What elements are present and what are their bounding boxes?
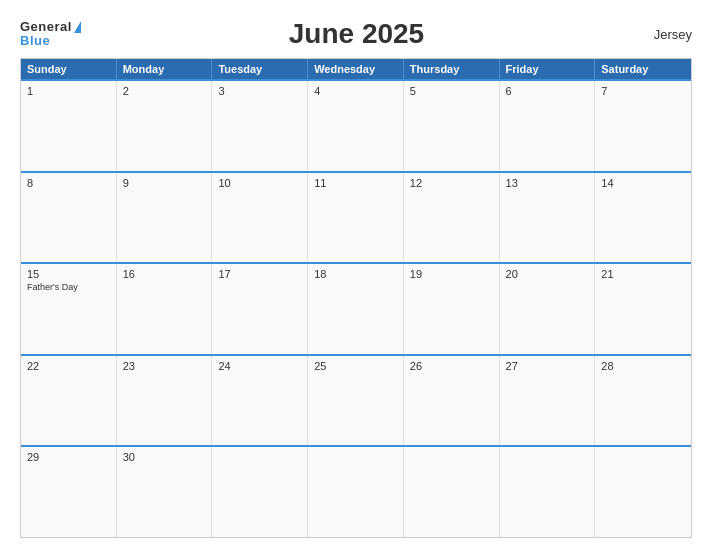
cell-jun-5: 5 <box>404 81 500 171</box>
calendar-header-row: Sunday Monday Tuesday Wednesday Thursday… <box>21 59 691 79</box>
header-tuesday: Tuesday <box>212 59 308 79</box>
cell-jun-14: 14 <box>595 173 691 263</box>
cell-jun-10: 10 <box>212 173 308 263</box>
header-monday: Monday <box>117 59 213 79</box>
cell-jun-13: 13 <box>500 173 596 263</box>
cell-jun-27: 27 <box>500 356 596 446</box>
logo-blue-text: Blue <box>20 34 81 48</box>
cell-jun-12: 12 <box>404 173 500 263</box>
cell-jun-28: 28 <box>595 356 691 446</box>
cell-empty-4 <box>500 447 596 537</box>
header-sunday: Sunday <box>21 59 117 79</box>
calendar-grid: Sunday Monday Tuesday Wednesday Thursday… <box>20 58 692 538</box>
cell-jun-6: 6 <box>500 81 596 171</box>
cell-jun-15: 15 Father's Day <box>21 264 117 354</box>
logo: General Blue <box>20 20 81 49</box>
cell-jun-2: 2 <box>117 81 213 171</box>
cell-empty-5 <box>595 447 691 537</box>
cell-jun-19: 19 <box>404 264 500 354</box>
cell-jun-26: 26 <box>404 356 500 446</box>
cell-jun-4: 4 <box>308 81 404 171</box>
header-saturday: Saturday <box>595 59 691 79</box>
cell-jun-23: 23 <box>117 356 213 446</box>
cell-jun-8: 8 <box>21 173 117 263</box>
cell-jun-11: 11 <box>308 173 404 263</box>
cell-jun-17: 17 <box>212 264 308 354</box>
cell-jun-29: 29 <box>21 447 117 537</box>
logo-triangle-icon <box>74 21 81 33</box>
calendar-week-1: 1 2 3 4 5 6 7 <box>21 79 691 171</box>
cell-jun-20: 20 <box>500 264 596 354</box>
cell-jun-18: 18 <box>308 264 404 354</box>
header-friday: Friday <box>500 59 596 79</box>
cell-jun-24: 24 <box>212 356 308 446</box>
cell-jun-7: 7 <box>595 81 691 171</box>
header-thursday: Thursday <box>404 59 500 79</box>
header-wednesday: Wednesday <box>308 59 404 79</box>
calendar-week-5: 29 30 <box>21 445 691 537</box>
cell-empty-1 <box>212 447 308 537</box>
cell-jun-16: 16 <box>117 264 213 354</box>
cell-jun-22: 22 <box>21 356 117 446</box>
cell-empty-3 <box>404 447 500 537</box>
calendar-week-4: 22 23 24 25 26 27 28 <box>21 354 691 446</box>
calendar-week-3: 15 Father's Day 16 17 18 19 20 21 <box>21 262 691 354</box>
cell-jun-9: 9 <box>117 173 213 263</box>
cell-jun-3: 3 <box>212 81 308 171</box>
calendar-week-2: 8 9 10 11 12 13 14 <box>21 171 691 263</box>
cell-jun-30: 30 <box>117 447 213 537</box>
logo-general-text: General <box>20 20 81 34</box>
page-header: General Blue June 2025 Jersey <box>20 18 692 50</box>
calendar-title: June 2025 <box>81 18 632 50</box>
region-label: Jersey <box>632 27 692 42</box>
calendar-body: 1 2 3 4 5 6 7 8 9 10 11 12 13 14 15 <box>21 79 691 537</box>
cell-jun-21: 21 <box>595 264 691 354</box>
cell-jun-1: 1 <box>21 81 117 171</box>
cell-jun-25: 25 <box>308 356 404 446</box>
calendar-page: General Blue June 2025 Jersey Sunday Mon… <box>0 0 712 550</box>
cell-empty-2 <box>308 447 404 537</box>
